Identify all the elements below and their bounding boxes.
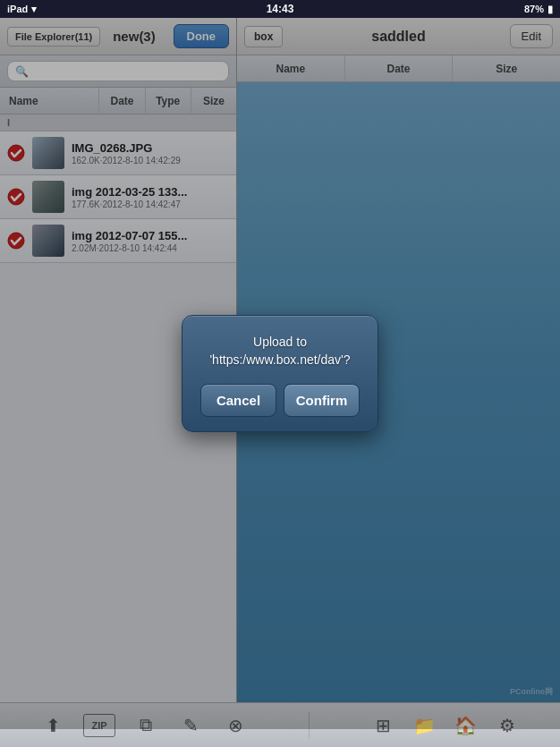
battery-label: 87%: [524, 4, 544, 14]
cancel-button[interactable]: Cancel: [200, 384, 276, 417]
wifi-icon: ▾: [31, 4, 37, 15]
device-label: iPad: [7, 4, 28, 14]
main-layout: File Explorer(11) new(3) Done 🔍 Name Dat…: [0, 18, 560, 729]
confirm-button[interactable]: Confirm: [284, 384, 360, 417]
clock: 14:43: [267, 3, 294, 15]
upload-dialog: Upload toUpload to 'https:/www.box.net/d…: [182, 315, 378, 431]
status-bar: iPad ▾ 14:43 87% ▮: [0, 0, 560, 18]
modal-overlay: Upload toUpload to 'https:/www.box.net/d…: [0, 18, 560, 729]
dialog-message: Upload toUpload to 'https:/www.box.net/d…: [200, 334, 360, 369]
dialog-buttons: Cancel Confirm: [200, 384, 360, 417]
battery-icon: ▮: [547, 4, 553, 15]
